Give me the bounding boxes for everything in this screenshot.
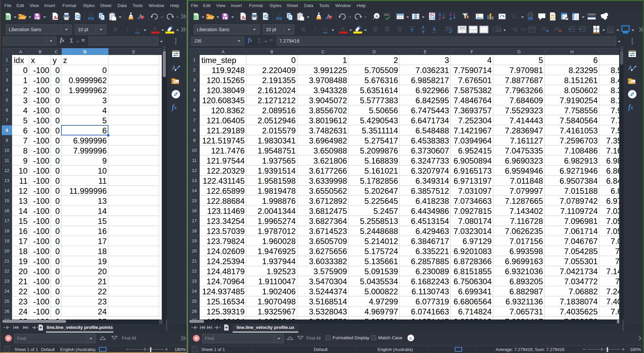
- svg-text:a: a: [376, 14, 378, 18]
- svg-text:abc: abc: [384, 12, 390, 16]
- svg-text:A: A: [439, 12, 441, 16]
- svg-text:0.0: 0.0: [521, 27, 526, 32]
- svg-text:.00: .00: [541, 26, 546, 31]
- svg-text:A: A: [432, 16, 435, 20]
- svg-text:Z: Z: [439, 16, 441, 20]
- svg-text:%: %: [513, 27, 517, 33]
- svg-text:Z: Z: [430, 16, 432, 20]
- svg-text:A: A: [449, 16, 452, 20]
- svg-text:Z: Z: [449, 12, 452, 16]
- svg-text:Ω: Ω: [512, 13, 516, 20]
- svg-text:.09: .09: [553, 26, 559, 31]
- svg-text:a: a: [409, 336, 412, 341]
- svg-text:7: 7: [531, 29, 533, 32]
